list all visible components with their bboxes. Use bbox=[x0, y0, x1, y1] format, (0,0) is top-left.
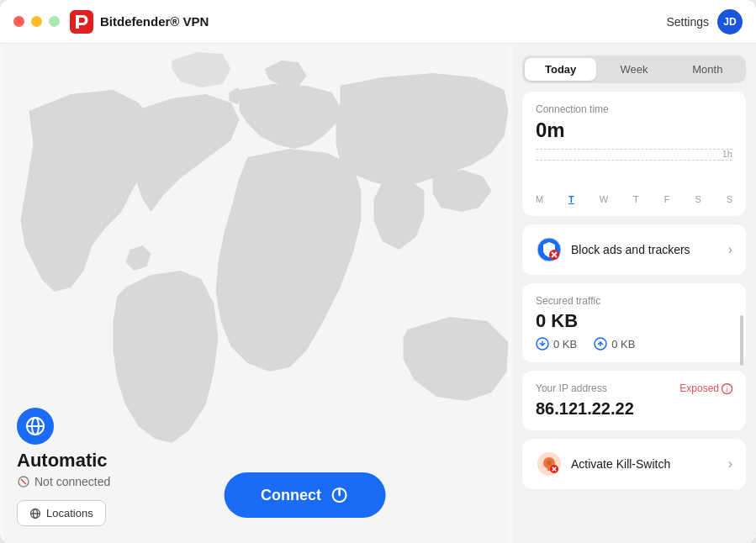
block-ads-chevron: › bbox=[728, 242, 732, 257]
block-ads-row: Block ads and trackers › bbox=[536, 236, 732, 263]
secured-traffic-value: 0 KB bbox=[536, 310, 732, 332]
settings-area: Settings JD bbox=[666, 9, 743, 34]
connection-time-value: 0m bbox=[536, 119, 732, 142]
exposed-badge: Exposed i bbox=[679, 382, 732, 394]
titlebar: Bitdefender® VPN Settings JD bbox=[0, 0, 756, 44]
kill-switch-label: Activate Kill-Switch bbox=[571, 457, 720, 471]
settings-label[interactable]: Settings bbox=[666, 15, 709, 29]
scroll-bar bbox=[740, 315, 743, 366]
ip-address-card: Your IP address Exposed i 86.121.22.22 bbox=[522, 371, 746, 430]
ip-header-row: Your IP address Exposed i bbox=[536, 382, 732, 398]
svg-point-24 bbox=[547, 461, 552, 466]
maximize-button[interactable] bbox=[49, 16, 60, 27]
app-title: Bitdefender® VPN bbox=[100, 14, 209, 29]
traffic-stats: 0 KB 0 KB bbox=[536, 337, 732, 351]
svg-line-6 bbox=[21, 479, 26, 484]
day-thu: T bbox=[633, 194, 639, 204]
main-content: Automatic Not connected Locations bbox=[0, 44, 756, 543]
time-tabs: Today Week Month bbox=[522, 55, 746, 83]
location-name: Automatic bbox=[17, 450, 110, 472]
app-logo-icon bbox=[70, 10, 93, 34]
svg-text:i: i bbox=[726, 386, 728, 393]
locations-button[interactable]: Locations bbox=[17, 500, 106, 526]
upload-stat: 0 KB bbox=[594, 337, 635, 351]
download-icon bbox=[536, 337, 549, 351]
connection-time-card: Connection time 0m 1h M T W T F S S bbox=[522, 92, 746, 216]
not-connected-icon bbox=[17, 475, 30, 488]
kill-switch-row: Activate Kill-Switch › bbox=[536, 451, 732, 477]
secured-traffic-label: Secured traffic bbox=[536, 295, 732, 307]
day-mon: M bbox=[536, 194, 543, 204]
tab-week[interactable]: Week bbox=[598, 58, 669, 81]
day-wed: W bbox=[600, 194, 608, 204]
location-info: Automatic Not connected Locations bbox=[17, 408, 110, 526]
day-fri: F bbox=[664, 194, 670, 204]
upload-icon bbox=[594, 337, 607, 351]
globe-icon bbox=[17, 408, 54, 445]
traffic-lights bbox=[13, 16, 60, 27]
day-tue: T bbox=[568, 194, 574, 204]
ip-value: 86.121.22.22 bbox=[536, 399, 732, 419]
kill-switch-icon bbox=[536, 451, 563, 477]
chart-max-label: 1h bbox=[722, 149, 732, 159]
power-icon bbox=[330, 486, 348, 504]
block-ads-label: Block ads and trackers bbox=[571, 243, 720, 256]
block-ads-icon bbox=[536, 236, 563, 263]
right-panel: Today Week Month Connection time 0m 1h M… bbox=[512, 44, 756, 543]
close-button[interactable] bbox=[13, 16, 24, 27]
map-area: Automatic Not connected Locations bbox=[0, 44, 512, 543]
not-connected-status: Not connected bbox=[17, 475, 110, 488]
locations-icon bbox=[29, 508, 41, 519]
tab-today[interactable]: Today bbox=[525, 58, 596, 81]
day-sun: S bbox=[727, 194, 732, 204]
user-avatar[interactable]: JD bbox=[717, 9, 743, 34]
connection-time-label: Connection time bbox=[536, 103, 732, 115]
svg-rect-0 bbox=[70, 10, 93, 34]
download-stat: 0 KB bbox=[536, 337, 577, 351]
ip-label: Your IP address bbox=[536, 382, 607, 394]
chart-days: M T W T F S S bbox=[536, 194, 732, 204]
minimize-button[interactable] bbox=[31, 16, 42, 27]
connect-button[interactable]: Connect bbox=[224, 472, 385, 518]
day-sat: S bbox=[695, 194, 700, 204]
kill-switch-chevron: › bbox=[728, 456, 732, 472]
tab-month[interactable]: Month bbox=[672, 58, 743, 81]
secured-traffic-card: Secured traffic 0 KB 0 KB bbox=[522, 283, 746, 362]
block-ads-card[interactable]: Block ads and trackers › bbox=[522, 224, 746, 275]
chart-area: 1h bbox=[536, 149, 732, 191]
info-icon: i bbox=[722, 383, 732, 394]
kill-switch-card[interactable]: Activate Kill-Switch › bbox=[522, 439, 746, 489]
app-window: Bitdefender® VPN Settings JD bbox=[0, 0, 756, 543]
